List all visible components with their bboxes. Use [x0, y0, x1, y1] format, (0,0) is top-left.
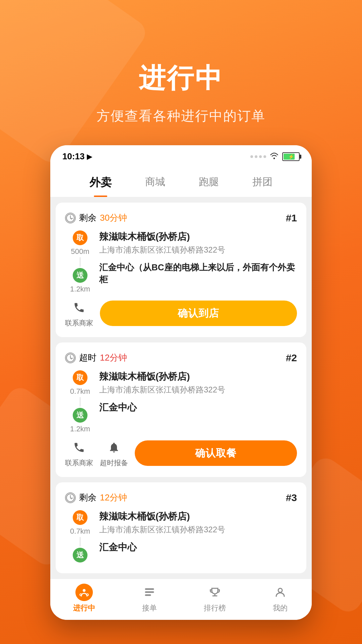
order-2-time-value: 12分钟 — [100, 352, 127, 364]
order-3-header: 剩余 12分钟 #3 — [65, 492, 297, 503]
trophy-icon — [206, 584, 224, 601]
signal-dots — [250, 155, 266, 158]
status-icons: ⚡ — [250, 152, 300, 161]
order-2-time: 超时 12分钟 — [65, 352, 127, 364]
list-icon — [141, 584, 158, 601]
order-2-number: #2 — [286, 352, 297, 364]
order-1-pickup-distance: 500m — [71, 247, 89, 256]
confirm-pickup-btn-2[interactable]: 确认取餐 — [135, 440, 297, 466]
tab-shangcheng[interactable]: 商城 — [128, 172, 182, 194]
tab-pintuan[interactable]: 拼团 — [236, 172, 289, 194]
order-3-pickup-distance: 0.7km — [70, 527, 90, 536]
order-3-deliver-info: 汇金中心 — [99, 541, 297, 555]
order-2-deliver-distance: 1.2km — [70, 425, 90, 433]
svg-rect-7 — [145, 591, 154, 593]
order-2-deliver-name: 汇金中心 — [99, 401, 297, 414]
nav-profile-label: 我的 — [273, 603, 288, 613]
order-1-route: 取 500m 送 1.2km 辣滋味木桶饭(孙桥店) 上海市浦东新区张江镇孙桥路… — [65, 230, 297, 293]
phone-icon-1 — [70, 299, 88, 316]
order-2-pickup-distance: 0.7km — [70, 387, 90, 396]
tab-paotui[interactable]: 跑腿 — [182, 172, 236, 194]
order-2-pickup-name: 辣滋味木桶饭(孙桥店) — [99, 370, 297, 383]
order-3-route: 取 0.7km 送 辣滋味木桶饭(孙桥店) 上海市浦东新区张江镇孙桥路322号 … — [65, 510, 297, 562]
overtime-report-btn[interactable]: 超时报备 — [100, 439, 128, 468]
order-3-time: 剩余 12分钟 — [65, 492, 127, 503]
category-tabs: 外卖 商城 跑腿 拼团 — [50, 165, 312, 197]
clock-icon-2 — [65, 353, 76, 363]
deliver-badge-1: 送 — [73, 268, 87, 283]
bell-label-2: 超时报备 — [100, 458, 128, 468]
svg-point-5 — [86, 594, 88, 596]
order-2-pickup-address: 上海市浦东新区张江镇孙桥路322号 — [99, 384, 297, 395]
svg-point-1 — [66, 354, 74, 362]
order-card-1: 剩余 30分钟 #1 取 500m 送 1.2km — [56, 203, 306, 337]
order-2-actions: 联系商家 超时报备 确认取餐 — [65, 439, 297, 468]
nav-accept-label: 接单 — [142, 603, 157, 613]
order-1-route-left: 取 500m 送 1.2km — [65, 230, 95, 293]
battery-icon: ⚡ — [282, 152, 300, 161]
deliver-badge-3: 送 — [73, 548, 87, 562]
svg-point-2 — [66, 494, 74, 501]
nav-ongoing-label: 进行中 — [73, 603, 95, 613]
contact-merchant-btn-1[interactable]: 联系商家 — [65, 299, 93, 328]
order-3-time-label: 剩余 — [79, 492, 97, 503]
location-arrow-icon: ▶ — [87, 153, 92, 161]
phone-icon-2 — [70, 439, 88, 456]
clock-icon-3 — [65, 492, 76, 503]
status-time: 10:13 ▶ — [62, 151, 92, 162]
order-2-header: 超时 12分钟 #2 — [65, 352, 297, 364]
order-2-time-label: 超时 — [79, 352, 97, 364]
order-card-3: 剩余 12分钟 #3 取 0.7km 送 辣滋味木桶饭(孙桥店) — [56, 482, 306, 573]
status-bar: 10:13 ▶ — [50, 145, 312, 165]
order-1-time: 剩余 30分钟 — [65, 212, 127, 224]
nav-ranking[interactable]: 排行榜 — [204, 584, 226, 613]
svg-point-0 — [66, 214, 74, 222]
order-1-deliver-info: 汇金中心（从BC座的电梯上来以后，外面有个外卖柜 — [99, 261, 297, 287]
pickup-badge-2: 取 — [73, 370, 87, 385]
order-2-deliver-info: 汇金中心 — [99, 401, 297, 415]
order-1-number: #1 — [286, 212, 297, 224]
order-3-deliver-name: 汇金中心 — [99, 541, 297, 554]
order-3-pickup-address: 上海市浦东新区张江镇孙桥路322号 — [99, 524, 297, 535]
svg-point-9 — [278, 588, 282, 592]
bell-icon-2 — [105, 439, 123, 456]
contact-merchant-btn-2[interactable]: 联系商家 — [65, 439, 93, 468]
order-3-pickup-info: 辣滋味木桶饭(孙桥店) 上海市浦东新区张江镇孙桥路322号 — [99, 510, 297, 535]
svg-point-3 — [83, 589, 86, 592]
nav-accept[interactable]: 接单 — [141, 584, 158, 613]
order-1-header: 剩余 30分钟 #1 — [65, 212, 297, 224]
svg-point-4 — [80, 594, 82, 596]
phone-mockup-container: 10:13 ▶ — [0, 145, 362, 620]
order-1-time-value: 30分钟 — [100, 212, 127, 224]
tab-waimai[interactable]: 外卖 — [73, 172, 128, 194]
order-3-pickup-name: 辣滋味木桶饭(孙桥店) — [99, 510, 297, 523]
order-2-route-left: 取 0.7km 送 1.2km — [65, 370, 95, 433]
pickup-badge-1: 取 — [73, 230, 87, 245]
orders-list: 剩余 30分钟 #1 取 500m 送 1.2km — [50, 197, 312, 579]
order-1-pickup-name: 辣滋味木桶饭(孙桥店) — [99, 230, 297, 243]
rider-icon — [75, 584, 93, 601]
phone-mockup: 10:13 ▶ — [50, 145, 312, 620]
order-3-number: #3 — [286, 492, 297, 503]
hero-section: 进行中 方便查看各种进行中的订单 — [0, 0, 362, 145]
svg-rect-6 — [145, 588, 154, 590]
nav-ranking-label: 排行榜 — [204, 603, 226, 613]
nav-ongoing[interactable]: 进行中 — [73, 584, 95, 613]
pickup-badge-3: 取 — [73, 510, 87, 525]
order-1-pickup-address: 上海市浦东新区张江镇孙桥路322号 — [99, 245, 297, 255]
svg-rect-8 — [145, 594, 151, 596]
order-3-route-right: 辣滋味木桶饭(孙桥店) 上海市浦东新区张江镇孙桥路322号 汇金中心 — [99, 510, 297, 562]
hero-subtitle: 方便查看各种进行中的订单 — [0, 107, 362, 125]
order-1-route-right: 辣滋味木桶饭(孙桥店) 上海市浦东新区张江镇孙桥路322号 汇金中心（从BC座的… — [99, 230, 297, 293]
confirm-arrive-btn-1[interactable]: 确认到店 — [100, 301, 297, 326]
user-icon — [272, 584, 289, 601]
order-1-pickup-info: 辣滋味木桶饭(孙桥店) 上海市浦东新区张江镇孙桥路322号 — [99, 230, 297, 255]
order-1-deliver-distance: 1.2km — [70, 285, 90, 293]
order-3-route-left: 取 0.7km 送 — [65, 510, 95, 562]
order-2-route: 取 0.7km 送 1.2km 辣滋味木桶饭(孙桥店) 上海市浦东新区张江镇孙桥… — [65, 370, 297, 433]
order-1-time-label: 剩余 — [79, 212, 97, 224]
phone-label-2: 联系商家 — [65, 458, 93, 468]
wifi-icon — [269, 152, 279, 161]
nav-profile[interactable]: 我的 — [272, 584, 289, 613]
order-2-pickup-info: 辣滋味木桶饭(孙桥店) 上海市浦东新区张江镇孙桥路322号 — [99, 370, 297, 395]
